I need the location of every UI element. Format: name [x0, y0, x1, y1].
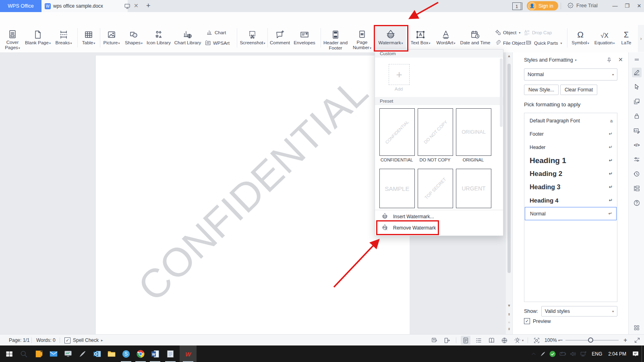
pen-app-icon[interactable] [77, 349, 88, 359]
ribbon-object-button[interactable]: Object▾ [495, 29, 520, 36]
ribbon-quick-parts-button[interactable]: Quick Parts▾ [526, 39, 562, 47]
wps-office-taskbar-tile[interactable]: W [180, 345, 197, 362]
ribbon-chart-library-button[interactable]: Chart Library [173, 26, 202, 51]
tray-pen-icon[interactable] [538, 349, 548, 359]
page-indicator[interactable]: Page: 1/1 [9, 335, 29, 346]
volume-icon[interactable] [568, 349, 578, 359]
drag-handle-icon[interactable] [632, 55, 642, 64]
system-monitor-app-icon[interactable] [63, 349, 73, 359]
style-heading-4[interactable]: Heading 4↵ [525, 194, 617, 207]
app-tab-wps-office[interactable]: WPS Office [0, 0, 41, 12]
sticky-notes-app-icon[interactable] [34, 349, 44, 359]
present-to-screen-icon[interactable] [124, 3, 130, 10]
style-header[interactable]: Header↵ [525, 141, 617, 154]
current-style-select[interactable]: Normal▾ [524, 68, 617, 81]
style-default-paragraph-font[interactable]: Default Paragraph Fonta [525, 114, 617, 127]
ribbon-watermark-button[interactable]: Watermark▾ [375, 26, 406, 51]
preset-sample[interactable]: SAMPLE [379, 169, 415, 208]
zoom-level[interactable]: 100% ▾ [545, 335, 560, 346]
outlook-app-icon[interactable] [92, 349, 102, 359]
ribbon-text-box-button[interactable]: Text Box▾ [408, 26, 433, 51]
start-button[interactable] [4, 349, 14, 359]
tray-expand-icon[interactable] [529, 349, 538, 359]
field-codes-icon[interactable] [632, 126, 642, 135]
tray-updated-icon[interactable] [548, 349, 557, 359]
panel-title[interactable]: Styles and Formatting▾ [524, 57, 617, 63]
skype-app-icon[interactable]: S [121, 349, 131, 359]
close-panel-icon[interactable]: ✕ [618, 56, 623, 63]
restore-icon[interactable]: ❐ [624, 3, 630, 9]
free-trial-button[interactable]: Free Trial [567, 2, 598, 9]
ribbon-file-object-button[interactable]: File Object [495, 39, 525, 47]
zoom-out-button[interactable]: − [559, 335, 563, 346]
mail-app-icon[interactable] [48, 349, 59, 359]
next-page-icon[interactable]: ⇟ [506, 327, 512, 331]
clock[interactable]: 2:04 PM [605, 351, 630, 357]
select-browse-object-icon[interactable]: ○ [506, 321, 512, 324]
ribbon-equation-button[interactable]: √X Equation▾ [593, 26, 616, 51]
print-layout-view-icon[interactable] [461, 336, 470, 345]
zoom-slider-thumb[interactable] [588, 337, 593, 343]
previous-page-icon[interactable]: ⇞ [506, 312, 512, 316]
preview-checkbox[interactable]: ✓ [524, 318, 530, 324]
ribbon-comment-button[interactable]: Comment [269, 26, 291, 51]
style-heading-1[interactable]: Heading 1↵ [525, 154, 617, 167]
window-count-badge[interactable]: 1 [512, 2, 522, 10]
ribbon-scroll-right-icon[interactable]: › [638, 25, 644, 52]
action-center-icon[interactable] [630, 349, 642, 359]
spell-check-checkbox[interactable]: ✓ [64, 337, 70, 343]
battery-icon[interactable] [557, 349, 568, 359]
show-desktop-edge[interactable] [642, 345, 644, 362]
scroll-down-icon[interactable]: ▼ [506, 304, 512, 308]
web-layout-view-icon[interactable] [499, 336, 509, 345]
chrome-app-icon[interactable] [135, 349, 146, 359]
vertical-scrollbar[interactable]: ▲ ▼ ⇞ ○ ⇟ [506, 52, 512, 334]
zoom-in-button[interactable]: + [623, 335, 627, 346]
pin-panel-icon[interactable] [606, 57, 612, 64]
insert-watermark-item[interactable]: Insert Watermark... [375, 211, 503, 222]
ribbon-page-number-button[interactable]: Page Number▾ [350, 26, 374, 51]
spell-check-toggle[interactable]: ✓ Spell Check ▸ [64, 335, 103, 346]
preset-do-not-copy[interactable]: DO NOT COPY [418, 108, 453, 156]
ribbon-wpsart-button[interactable]: WPSArt [205, 39, 230, 47]
preset-confidential[interactable]: CONFIDENTIAL [379, 108, 415, 156]
navigation-panes-icon[interactable] [632, 184, 642, 193]
fit-page-icon[interactable] [532, 336, 541, 345]
word-count[interactable]: Words: 0 [36, 335, 56, 346]
settings-sliders-icon[interactable] [632, 155, 642, 164]
notepad-app-icon[interactable] [165, 349, 176, 359]
network-icon[interactable] [578, 349, 589, 359]
apps-grid-icon[interactable] [632, 323, 642, 333]
fullscreen-icon[interactable] [632, 336, 642, 345]
history-icon[interactable] [632, 169, 642, 179]
preset-urgent[interactable]: URGENT [456, 169, 491, 208]
styles-pen-icon[interactable] [632, 68, 642, 77]
style-heading-2[interactable]: Heading 2↵ [525, 167, 617, 180]
code-icon[interactable]: </> [632, 140, 642, 150]
style-heading-3[interactable]: Heading 3↵ [525, 180, 617, 194]
taskbar-search-icon[interactable] [19, 349, 29, 359]
document-page[interactable]: CONFIDENTIAL [96, 56, 410, 334]
add-custom-watermark-button[interactable]: + [389, 64, 410, 85]
eye-protection-icon[interactable] [512, 336, 522, 345]
task-window-icon[interactable] [429, 336, 439, 345]
ribbon-symbol-button[interactable]: Ω Symbol▾ [569, 26, 591, 51]
outline-view-icon[interactable] [474, 336, 483, 345]
remove-watermark-item[interactable]: Remove Watermark [375, 222, 503, 233]
word-app-icon[interactable]: W [150, 349, 160, 359]
style-normal-selected[interactable]: Normal↵ [525, 207, 617, 220]
minimize-icon[interactable]: — [612, 3, 618, 9]
ribbon-wordart-button[interactable]: WordArt▾ [434, 26, 458, 51]
ribbon-header-footer-button[interactable]: Header and Footer [322, 26, 349, 51]
new-style-button[interactable]: New Style... [524, 85, 559, 95]
ribbon-table-button[interactable]: Table▾ [79, 26, 98, 51]
dropdown-scrollbar[interactable] [500, 58, 503, 127]
two-page-view-icon[interactable] [487, 336, 496, 345]
document-tab[interactable]: W wps office sample.docx [41, 0, 128, 12]
preset-original[interactable]: ORIGINAL [456, 108, 491, 156]
ribbon-shapes-button[interactable]: Shapes▾ [123, 26, 144, 51]
tab-close-icon[interactable]: ✕ [134, 2, 139, 9]
show-styles-select[interactable]: Valid styles▾ [541, 306, 617, 316]
eye-protection-caret-icon[interactable]: ▾ [522, 335, 524, 346]
lock-icon[interactable] [632, 111, 642, 121]
